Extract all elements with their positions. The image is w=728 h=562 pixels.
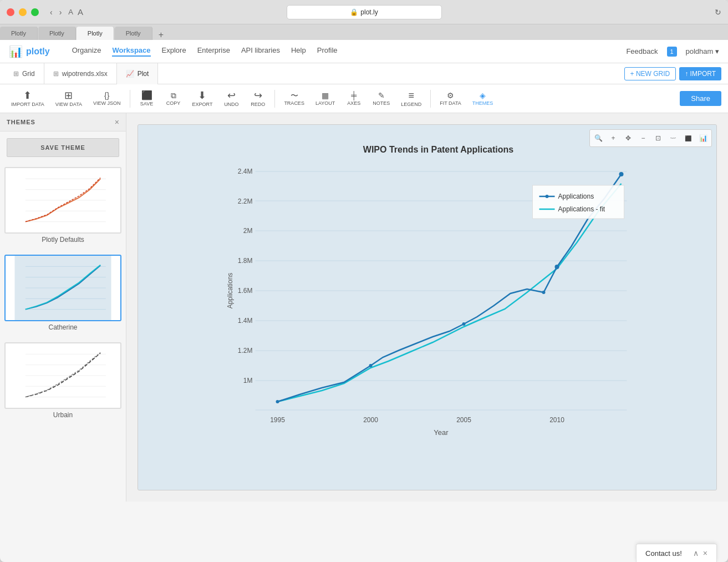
forward-button[interactable]: › xyxy=(57,7,64,18)
themes-button[interactable]: ◈ THEMES xyxy=(468,89,498,108)
sidebar-close-button[interactable]: × xyxy=(115,118,119,126)
sidebar-header: THEMES × xyxy=(0,113,126,131)
fit-data-button[interactable]: ⚙ FIT DATA xyxy=(435,89,466,108)
file-tab-grid-label: Grid xyxy=(22,70,35,78)
zoom-button[interactable]: 🔍 xyxy=(592,131,605,145)
reset-button[interactable]: ⬛ xyxy=(681,131,695,145)
feedback-link[interactable]: Feedback xyxy=(626,47,658,55)
traces-icon: 〜 xyxy=(291,92,298,99)
svg-text:2000: 2000 xyxy=(363,416,378,424)
share-button[interactable]: Share xyxy=(680,91,721,106)
contact-bar: Contact us! ∧ × xyxy=(636,544,717,562)
svg-text:2010: 2010 xyxy=(549,416,564,424)
zoom-in-button[interactable]: + xyxy=(607,131,620,145)
undo-icon: ↩ xyxy=(227,90,236,100)
svg-text:Applications - fit: Applications - fit xyxy=(558,205,605,213)
legend-button[interactable]: ≡ LEGEND xyxy=(396,88,426,109)
layout-button[interactable]: ▦ LAYOUT xyxy=(311,89,339,108)
pan-button[interactable]: ✥ xyxy=(622,131,635,145)
view-data-label: VIEW DATA xyxy=(55,102,82,107)
browser-tab-2[interactable]: Plotly xyxy=(38,27,76,40)
contact-close-button[interactable]: × xyxy=(703,549,707,558)
toolbar-sep-2 xyxy=(274,90,275,108)
back-button[interactable]: ‹ xyxy=(48,7,55,18)
nav-profile[interactable]: Profile xyxy=(317,46,338,57)
contact-controls: ∧ × xyxy=(693,549,707,558)
redo-label: REDO xyxy=(251,102,265,107)
file-tab-plot-label: Plot xyxy=(138,70,149,78)
traces-button[interactable]: 〜 TRACES xyxy=(279,89,309,108)
logo-text: plotly xyxy=(26,47,50,57)
import-data-icon: ⬆ xyxy=(23,90,32,100)
font-button[interactable]: A xyxy=(78,7,83,17)
view-json-icon: {} xyxy=(104,92,109,99)
nav-organize[interactable]: Organize xyxy=(72,46,101,57)
view-json-button[interactable]: {} VIEW JSON xyxy=(89,89,125,108)
main-toolbar: ⬆ IMPORT DATA ⊞ VIEW DATA {} VIEW JSON ⬛… xyxy=(0,84,728,113)
view-json-label: VIEW JSON xyxy=(93,100,121,106)
lock-icon: 🔒 xyxy=(350,8,358,16)
nav-workspace[interactable]: Workspace xyxy=(112,46,150,57)
svg-point-44 xyxy=(369,364,373,367)
zoom-out-button[interactable]: − xyxy=(637,131,650,145)
notes-label: NOTES xyxy=(373,100,390,106)
axes-button[interactable]: ╪ AXES xyxy=(342,89,366,108)
nav-api[interactable]: API libraries xyxy=(241,46,280,57)
notes-button[interactable]: ✎ NOTES xyxy=(368,89,394,108)
grid-icon: ⊞ xyxy=(13,70,19,78)
save-button[interactable]: ⬛ SAVE xyxy=(135,89,159,109)
titlebar: ‹ › A A 🔒 plot.ly ↻ xyxy=(0,0,728,24)
browser-tab-4[interactable]: Plotly xyxy=(115,27,152,40)
theme-card-urbain[interactable]: Urbain xyxy=(4,342,121,423)
legend-label: LEGEND xyxy=(401,102,421,107)
file-tab-grid[interactable]: ⊞ Grid xyxy=(4,63,44,84)
chart-container: 🔍 + ✥ − ⊡ 〰 ⬛ 📊 WIPO Trends in Patent Ap… xyxy=(138,124,717,490)
copy-button[interactable]: ⧉ COPY xyxy=(161,89,186,108)
import-button[interactable]: ↑ IMPORT xyxy=(679,67,721,80)
plotly-logo: 📊 plotly xyxy=(9,45,50,58)
nav-right: Feedback 1 poldham ▾ xyxy=(626,47,719,57)
svg-text:1.2M: 1.2M xyxy=(238,347,253,355)
refresh-button[interactable]: ↻ xyxy=(715,8,721,17)
minimize-button[interactable] xyxy=(19,8,27,16)
save-theme-button[interactable]: SAVE THEME xyxy=(7,138,119,157)
main-chart: 2.4M 2.2M 2M 1.8M 1.6M 1.4M 1.2M 1M Appl… xyxy=(171,160,705,449)
select-button[interactable]: ⊡ xyxy=(651,131,665,145)
nav-enterprise[interactable]: Enterprise xyxy=(197,46,230,57)
toolbar-sep-3 xyxy=(430,90,431,108)
contact-collapse-button[interactable]: ∧ xyxy=(693,549,699,558)
layout-label: LAYOUT xyxy=(315,100,335,106)
nav-links: Organize Workspace Explore Enterprise AP… xyxy=(72,46,338,57)
theme-card-catherine[interactable]: Catherine xyxy=(4,255,121,336)
plot-icon: 📈 xyxy=(126,70,134,78)
notification-badge[interactable]: 1 xyxy=(667,47,677,57)
file-tab-plot[interactable]: 📈 Plot xyxy=(117,63,159,84)
chart-area: 🔍 + ✥ − ⊡ 〰 ⬛ 📊 WIPO Trends in Patent Ap… xyxy=(126,113,728,502)
redo-button[interactable]: ↪ REDO xyxy=(246,88,270,109)
reader-button[interactable]: A xyxy=(68,8,73,16)
traffic-lights xyxy=(7,8,39,16)
axes-label: AXES xyxy=(347,100,360,106)
maximize-button[interactable] xyxy=(31,8,39,16)
undo-button[interactable]: ↩ UNDO xyxy=(219,88,243,109)
browser-tab-3[interactable]: Plotly xyxy=(77,27,114,40)
svg-point-46 xyxy=(542,291,546,294)
view-data-icon: ⊞ xyxy=(64,90,73,100)
import-data-button[interactable]: ⬆ IMPORT DATA xyxy=(7,88,49,109)
theme-card-plotly-defaults[interactable]: Plotly Defaults xyxy=(4,167,121,248)
view-data-button[interactable]: ⊞ VIEW DATA xyxy=(51,88,86,109)
lasso-button[interactable]: 〰 xyxy=(666,131,680,145)
address-bar[interactable]: 🔒 plot.ly xyxy=(287,5,442,19)
export-button[interactable]: ⬇ EXPORT xyxy=(188,88,217,109)
file-tab-xlsx[interactable]: ⊞ wipotrends.xlsx xyxy=(44,63,117,84)
bar-chart-button[interactable]: 📊 xyxy=(696,131,710,145)
nav-help[interactable]: Help xyxy=(291,46,306,57)
nav-explore[interactable]: Explore xyxy=(162,46,186,57)
file-bar: ⊞ Grid ⊞ wipotrends.xlsx 📈 Plot + NEW GR… xyxy=(0,63,728,84)
themes-sidebar: THEMES × SAVE THEME xyxy=(0,113,126,502)
user-menu[interactable]: poldham ▾ xyxy=(686,47,720,55)
browser-tab-1[interactable]: Plotly xyxy=(0,27,38,40)
new-tab-button[interactable]: + xyxy=(155,30,167,40)
new-grid-button[interactable]: + NEW GRID xyxy=(624,67,676,80)
close-button[interactable] xyxy=(7,8,14,16)
